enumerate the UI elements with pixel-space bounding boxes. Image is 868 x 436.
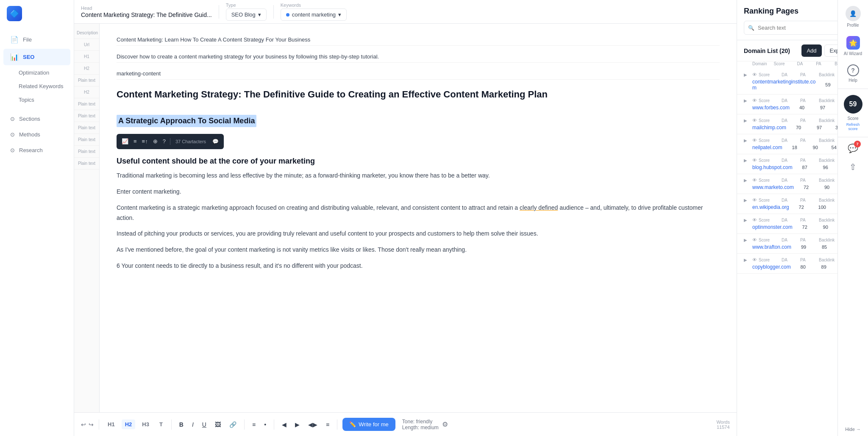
sidebar-item-seo[interactable]: 📊 SEO [3,49,70,65]
underline-button[interactable]: U [200,419,209,430]
share-button[interactable]: ⇧ [838,158,868,176]
image-button[interactable]: 🖼 [212,419,223,430]
help-button[interactable]: ? Help [838,60,868,87]
eye-icon[interactable]: 👁 [752,237,757,242]
domain-da: 89 [815,264,832,269]
editor-h2-selected[interactable]: A Strategic Approach To Social Media [117,115,256,127]
eye-icon[interactable]: 👁 [752,98,757,103]
eye-icon[interactable]: 👁 [752,72,757,77]
add-button[interactable]: Add [801,44,821,57]
eye-icon[interactable]: 👁 [752,217,757,222]
domain-link[interactable]: www.brafton.com [752,244,791,250]
align-center-button[interactable]: ▶ [292,419,302,430]
chevron-icon[interactable]: ▶ [744,198,751,203]
chevron-icon[interactable]: ▶ [744,72,751,77]
align-left-button[interactable]: ◀ [279,419,289,430]
settings-gear-icon[interactable]: ⚙ [442,420,448,428]
justify-button[interactable]: ≡ [323,419,332,430]
type-value: SEO Blog [231,11,256,18]
unordered-list-button[interactable]: • [262,419,269,430]
editor-area[interactable]: Content Marketing: Learn How To Create A… [100,24,737,412]
domain-link[interactable]: en.wikipedia.org [752,204,789,210]
eye-icon[interactable]: 👁 [752,197,757,203]
bold-button[interactable]: B [177,419,186,430]
chevron-icon[interactable]: ▶ [744,98,751,103]
sidebar-divider-2 [838,137,868,137]
trend-icon[interactable]: 📈 [120,136,130,146]
score-area[interactable]: 59 Score Refresh score [838,91,868,135]
eye-icon[interactable]: 👁 [752,118,757,123]
domain-link[interactable]: mailchimp.com [752,125,786,131]
sidebar-item-sections[interactable]: ⊙ Sections [3,111,70,126]
editor-h2-2[interactable]: Useful content should be at the core of … [117,156,720,167]
domain-link[interactable]: www.marketo.com [752,184,794,190]
editor-h1[interactable]: Content Marketing Strategy: The Definiti… [117,88,720,101]
help-icon[interactable]: ? [161,136,167,146]
eye-icon[interactable]: 👁 [752,178,757,183]
chevron-icon[interactable]: ▶ [744,178,751,183]
settings-icon[interactable]: ⊕ [151,136,159,146]
domain-score: 70 [788,125,809,130]
chevron-icon[interactable]: ▶ [744,118,751,123]
editor-paragraph-1[interactable]: Traditional marketing is becoming less a… [117,171,720,181]
meta-description-value[interactable]: Discover how to create a content marketi… [117,51,720,63]
words-label: Words [716,419,730,425]
chevron-icon[interactable]: ▶ [744,138,751,143]
editor-paragraph-4[interactable]: Instead of pitching your products or ser… [117,229,720,239]
h1-button[interactable]: H1 [104,419,118,429]
sidebar-item-research[interactable]: ⊙ Research [3,143,70,158]
doc-title[interactable]: Content Marketing Strategy: The Definiti… [81,11,212,18]
editor-paragraph-3[interactable]: Content marketing is a strategic marketi… [117,203,720,223]
ordered-list-button[interactable]: ≡ [250,419,258,430]
domain-link[interactable]: copyblogger.com [752,264,791,270]
domain-score: 80 [793,264,814,269]
chevron-icon[interactable]: ▶ [744,258,751,262]
chevron-icon[interactable]: ▶ [744,218,751,222]
editor-paragraph-2[interactable]: Enter content marketing. [117,187,720,197]
domain-link[interactable]: optinmonster.com [752,224,793,230]
comments-button[interactable]: 💬 7 [838,139,868,158]
redo-button[interactable]: ↪ [89,421,94,428]
domain-link[interactable]: neilpatel.com [752,144,782,150]
write-for-me-button[interactable]: ✏️ Write for me [342,418,395,431]
toolbar-div-4 [337,419,337,430]
sidebar-item-file[interactable]: 📄 File [3,31,70,48]
refresh-score-button[interactable]: Refresh score [841,122,865,131]
sidebar-sub-optimization[interactable]: Optimization [3,66,70,79]
ai-wizard-button[interactable]: 🌟 AI Wizard [838,32,868,60]
domain-score: 99 [793,244,814,250]
type-selector[interactable]: SEO Blog ▾ [226,8,267,21]
align-icon[interactable]: ≡ [132,136,139,146]
meta-title-value[interactable]: Content Marketing: Learn How To Create A… [117,34,720,46]
chevron-icon[interactable]: ▶ [744,158,751,163]
editor-paragraph-6[interactable]: 6 Your content needs to tie directly to … [117,261,720,271]
hide-button[interactable]: Hide → [842,422,864,436]
domain-link[interactable]: contentmarketinginstitute.com [752,79,815,91]
align-right-button[interactable]: ◀▶ [306,419,320,430]
domain-da: 97 [811,125,828,130]
italic-button[interactable]: I [189,419,196,430]
keyword-selector[interactable]: content marketing ▾ [281,8,347,21]
domain-link[interactable]: www.forbes.com [752,105,790,111]
undo-button[interactable]: ↩ [81,421,86,428]
domain-link[interactable]: blog.hubspot.com [752,164,793,170]
chevron-icon[interactable]: ▶ [744,238,751,242]
t-button[interactable]: T [156,419,166,429]
url-value[interactable]: marketing-content [117,68,720,80]
h3-button[interactable]: H3 [139,419,153,429]
editor-paragraph-5[interactable]: As I've mentioned before, the goal of yo… [117,245,720,255]
eye-icon[interactable]: 👁 [752,158,757,163]
sidebar-sub-related-keywords[interactable]: Related Keywords [3,80,70,93]
underlined-text: clearly defined [520,204,558,211]
link-button[interactable]: 🔗 [227,419,239,430]
sidebar-sub-topics[interactable]: Topics [3,93,70,106]
h2-button[interactable]: H2 [122,419,136,429]
message-icon[interactable]: 💬 [210,136,220,147]
sidebar-item-methods[interactable]: ⊙ Methods [3,127,70,142]
eye-icon[interactable]: 👁 [752,138,757,143]
col-score: Score [768,61,790,66]
indent-icon[interactable]: ≡↑ [140,136,150,146]
domain-da: 100 [814,205,831,210]
eye-icon[interactable]: 👁 [752,257,757,262]
profile-button[interactable]: 👤 Profile [838,2,868,32]
